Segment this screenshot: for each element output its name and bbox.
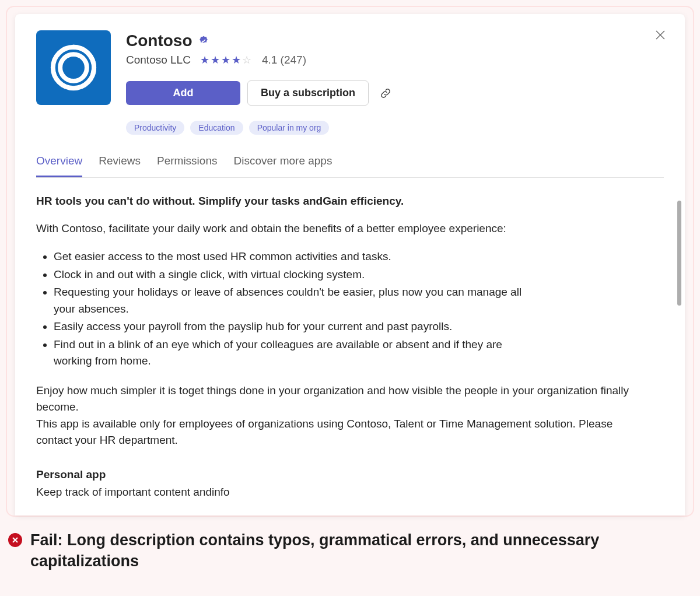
overview-content: HR tools you can't do without. Simplify … <box>36 193 664 501</box>
scrollbar-thumb[interactable] <box>677 201 681 306</box>
link-icon <box>379 87 392 100</box>
star-empty-icon: ☆ <box>242 54 253 66</box>
feature-item: Find out in a blink of an eye which of y… <box>54 336 532 370</box>
tag-popular[interactable]: Popular in my org <box>249 121 330 135</box>
star-icon: ★ <box>232 54 242 66</box>
feature-item: Clock in and out with a single click, wi… <box>54 267 532 283</box>
tab-discover[interactable]: Discover more apps <box>233 155 332 177</box>
buy-subscription-button[interactable]: Buy a subscription <box>247 80 369 106</box>
app-details-card: Contoso Contoso LLC ★★★★☆ 4.1 (247) Add … <box>15 14 685 516</box>
star-rating: ★★★★☆ <box>200 54 253 66</box>
tag-education[interactable]: Education <box>190 121 243 135</box>
x-icon <box>12 537 19 544</box>
star-icon: ★ <box>211 54 221 66</box>
description-intro: With Contoso, facilitate your daily work… <box>36 220 640 237</box>
feature-item: Easily access your payroll from the pays… <box>54 318 532 335</box>
svg-point-1 <box>60 54 87 81</box>
caption-text: Fail: Long description contains typos, g… <box>30 530 614 572</box>
star-icon: ★ <box>221 54 232 66</box>
tab-overview[interactable]: Overview <box>36 155 82 177</box>
description-headline: HR tools you can't do without. Simplify … <box>36 193 640 210</box>
verified-badge-icon <box>198 36 209 46</box>
tab-permissions[interactable]: Permissions <box>157 155 217 177</box>
app-meta: Contoso Contoso LLC ★★★★☆ 4.1 (247) Add … <box>126 30 664 135</box>
star-icon: ★ <box>200 54 211 66</box>
personal-app-text: Keep track of important content andinfo <box>36 484 640 501</box>
feature-item: Get easier access to the most used HR co… <box>54 248 532 265</box>
validation-caption: Fail: Long description contains typos, g… <box>8 530 694 572</box>
add-button[interactable]: Add <box>126 81 240 105</box>
tag-row: Productivity Education Popular in my org <box>126 121 664 135</box>
publisher-name: Contoso LLC <box>126 54 191 66</box>
contoso-logo-icon <box>48 42 99 93</box>
example-frame: Contoso Contoso LLC ★★★★☆ 4.1 (247) Add … <box>6 6 694 517</box>
tab-reviews[interactable]: Reviews <box>99 155 141 177</box>
app-title: Contoso <box>126 31 192 50</box>
rating-value: 4.1 (247) <box>262 54 306 66</box>
app-icon <box>36 30 111 105</box>
description-outro: Enjoy how much simpler it is toget thing… <box>36 383 640 449</box>
close-icon <box>656 30 665 40</box>
fail-badge <box>8 533 22 547</box>
copy-link-button[interactable] <box>379 87 392 100</box>
tabs: Overview Reviews Permissions Discover mo… <box>36 155 664 178</box>
feature-item: Requesting your holidays or leave of abs… <box>54 284 532 317</box>
feature-list: Get easier access to the most used HR co… <box>54 248 532 370</box>
tag-productivity[interactable]: Productivity <box>126 121 184 135</box>
personal-app-heading: Personal app <box>36 467 640 483</box>
close-button[interactable] <box>653 28 667 42</box>
